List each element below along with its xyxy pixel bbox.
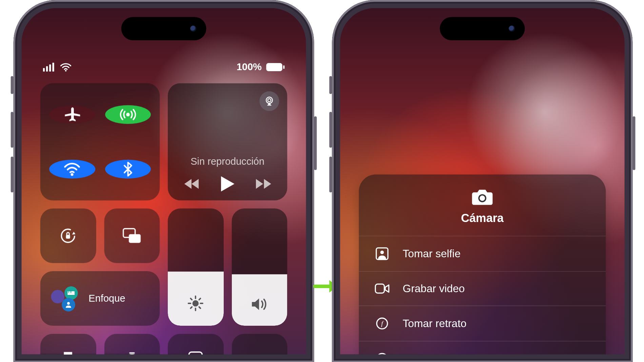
svg-text:f: f (381, 320, 384, 327)
airplay-icon (264, 96, 275, 106)
orientation-lock-icon (58, 226, 78, 246)
flashlight-button[interactable] (40, 334, 96, 355)
camera-action-label: Tomar selfie en modo retrato (403, 353, 539, 354)
cellular-signal-icon (43, 63, 56, 72)
svg-rect-0 (43, 68, 45, 72)
svg-point-13 (193, 300, 199, 306)
camera-menu-title: Cámara (461, 211, 504, 225)
bluetooth-icon (118, 160, 137, 178)
camera-action-selfie[interactable]: Tomar selfie (359, 236, 606, 271)
timer-icon (122, 351, 142, 354)
airplane-icon (63, 106, 81, 124)
brightness-icon (187, 295, 204, 313)
svg-rect-1 (46, 66, 48, 72)
svg-rect-2 (49, 64, 51, 72)
rewind-icon[interactable] (184, 178, 199, 189)
svg-point-48 (380, 250, 384, 254)
bluetooth-toggle[interactable] (105, 160, 151, 178)
orientation-lock-toggle[interactable] (40, 208, 96, 263)
bed-icon (64, 286, 78, 300)
camera-action-label: Grabar video (403, 282, 465, 295)
phone-right-volume-up (329, 112, 332, 148)
svg-point-4 (65, 70, 67, 72)
svg-point-52 (377, 354, 387, 355)
antenna-icon (118, 105, 137, 124)
screen-mirroring-button[interactable] (104, 208, 160, 263)
phone-control-center: 100% (14, 0, 314, 362)
wifi-icon (63, 160, 81, 178)
volume-icon (251, 297, 268, 313)
svg-point-26 (67, 302, 70, 305)
camera-icon (249, 351, 269, 354)
focus-label: Enfoque (88, 293, 125, 304)
phone-left-mute-switch (11, 76, 14, 94)
wifi-icon (60, 63, 72, 72)
dynamic-island (121, 17, 206, 40)
screen: 100% (21, 8, 306, 355)
svg-point-24 (69, 291, 71, 293)
screen: Cámara Tomar selfie Grabar video (340, 8, 625, 355)
svg-rect-3 (52, 63, 54, 72)
svg-line-19 (199, 307, 201, 308)
svg-line-21 (199, 298, 201, 300)
calculator-button[interactable] (168, 334, 223, 355)
phone-left-side-button (314, 116, 317, 170)
airplay-button[interactable] (260, 91, 279, 111)
aperture-icon: f (374, 352, 390, 355)
focus-button[interactable]: Enfoque (40, 271, 160, 326)
phone-right-volume-down (329, 157, 332, 193)
media-title: Sin reproducción (190, 156, 264, 167)
svg-point-6 (71, 173, 74, 176)
control-center-grid: Sin reproducción (40, 83, 287, 355)
dynamic-island (440, 17, 525, 40)
battery-icon (266, 63, 282, 71)
selfie-icon (374, 247, 390, 261)
phone-left-volume-up (11, 112, 14, 148)
camera-action-portrait[interactable]: f Tomar retrato (359, 306, 606, 341)
play-icon[interactable] (221, 176, 234, 192)
timer-button[interactable] (104, 334, 160, 355)
phone-camera-menu: Cámara Tomar selfie Grabar video (332, 0, 632, 362)
forward-icon[interactable] (256, 178, 271, 189)
camera-action-label: Tomar selfie (403, 247, 461, 260)
svg-line-18 (191, 298, 192, 300)
phone-right-mute-switch (329, 76, 332, 94)
cellular-data-toggle[interactable] (105, 105, 151, 124)
brightness-slider[interactable] (168, 208, 223, 326)
camera-quick-actions-panel: Cámara Tomar selfie Grabar video (359, 175, 606, 355)
media-module[interactable]: Sin reproducción (168, 83, 287, 201)
volume-slider[interactable] (232, 208, 287, 326)
calculator-icon (186, 351, 205, 354)
status-bar: 100% (21, 58, 306, 76)
camera-action-video[interactable]: Grabar video (359, 271, 606, 306)
svg-point-7 (266, 97, 272, 103)
svg-rect-23 (67, 291, 68, 295)
camera-button[interactable] (232, 334, 287, 355)
svg-rect-31 (189, 352, 202, 355)
video-icon (374, 283, 390, 294)
phone-left-volume-down (11, 157, 14, 193)
aperture-icon: f (374, 317, 390, 330)
svg-point-46 (480, 196, 485, 201)
screen-mirroring-icon (122, 226, 142, 246)
person-icon (62, 298, 75, 311)
phone-right-side-button (632, 116, 635, 170)
svg-rect-25 (71, 291, 75, 293)
svg-rect-10 (66, 235, 70, 239)
wifi-toggle[interactable] (49, 160, 95, 178)
flashlight-icon (58, 351, 78, 354)
connectivity-module[interactable] (40, 83, 160, 201)
camera-action-label: Tomar retrato (403, 317, 466, 330)
svg-point-5 (126, 113, 130, 117)
camera-action-selfie-portrait[interactable]: f Tomar selfie en modo retrato (359, 341, 606, 355)
airplane-mode-toggle[interactable] (49, 106, 95, 124)
svg-point-8 (268, 99, 271, 102)
camera-icon (471, 188, 494, 206)
svg-rect-49 (375, 284, 384, 293)
svg-rect-22 (67, 293, 75, 295)
battery-percentage: 100% (237, 61, 262, 73)
svg-rect-12 (129, 234, 141, 243)
svg-line-20 (191, 307, 192, 308)
